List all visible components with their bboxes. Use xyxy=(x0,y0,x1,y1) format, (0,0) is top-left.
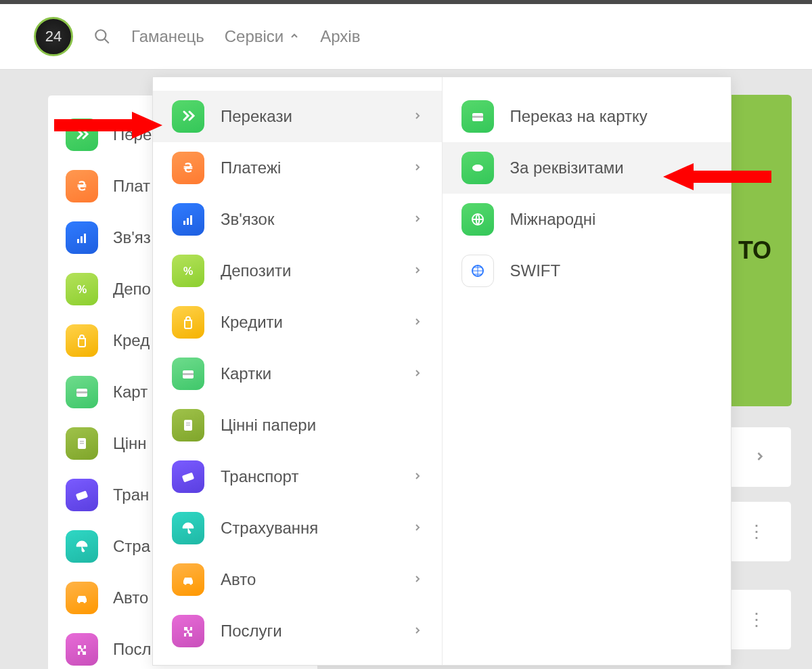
menu-item-uah[interactable]: Платежі xyxy=(153,142,442,194)
chevron-right-icon xyxy=(412,572,423,588)
bg-sidebar-label: Карт xyxy=(113,383,148,402)
menu-item-card[interactable]: Картки xyxy=(153,348,442,400)
more-icon: ⋮ xyxy=(748,521,767,542)
car-icon xyxy=(172,563,204,596)
submenu-item-label: SWIFT xyxy=(510,261,561,280)
bg-sidebar-label: Авто xyxy=(113,588,148,607)
nav-wallet[interactable]: Гаманець xyxy=(131,27,204,46)
car-icon xyxy=(66,582,98,614)
nav-archive-label: Архів xyxy=(320,27,360,46)
search-icon[interactable] xyxy=(93,28,111,45)
chevron-right-icon xyxy=(412,366,423,382)
chevrons-icon xyxy=(66,118,98,151)
menu-item-car[interactable]: Авто xyxy=(153,554,442,605)
chevron-right-icon xyxy=(753,447,767,468)
ticket-icon xyxy=(66,479,98,511)
bg-sidebar-label: Депо xyxy=(113,280,151,299)
svg-line-1 xyxy=(104,39,109,43)
menu-item-label: Картки xyxy=(221,364,271,383)
menu-item-label: Транспорт xyxy=(221,467,298,486)
nav-services[interactable]: Сервіси xyxy=(225,27,300,46)
menu-col-submenu: Переказ на карткуЗа реквізитамиМіжнародн… xyxy=(442,77,731,665)
bag-icon xyxy=(172,306,204,339)
percent-icon xyxy=(66,273,98,305)
submenu-item-3[interactable]: SWIFT xyxy=(443,245,731,297)
bg-sidebar-label: Пере xyxy=(113,125,152,144)
umbrella-icon xyxy=(66,530,98,563)
uah-icon xyxy=(172,152,204,184)
doc-icon xyxy=(172,409,204,441)
menu-item-umbrella[interactable]: Страхування xyxy=(153,502,442,554)
chevron-right-icon xyxy=(412,469,423,485)
bg-sidebar-label: Плат xyxy=(113,177,150,196)
menu-item-label: Платежі xyxy=(221,158,281,177)
menu-item-label: Страхування xyxy=(221,519,318,538)
bg-sidebar-label: Стра xyxy=(113,537,150,556)
submenu-item-label: Міжнародні xyxy=(510,210,596,229)
umbrella-icon xyxy=(172,512,204,544)
chevron-right-icon xyxy=(412,263,423,279)
svg-point-0 xyxy=(95,30,106,40)
ticket-icon xyxy=(172,460,204,493)
submenu-item-1[interactable]: За реквізитами xyxy=(443,142,731,194)
card-icon xyxy=(66,376,98,408)
bg-sidebar-label: Посл xyxy=(113,640,152,659)
chevron-right-icon xyxy=(412,624,423,639)
nav-services-label: Сервіси xyxy=(225,27,284,46)
chevron-right-icon xyxy=(412,315,423,330)
bag-icon xyxy=(66,324,98,357)
menu-item-bars[interactable]: Зв'язок xyxy=(153,194,442,245)
uah-icon xyxy=(66,170,98,202)
nav-archive[interactable]: Архів xyxy=(320,27,360,46)
services-mega-menu: ПереказиПлатежіЗв'язокДепозитиКредитиКар… xyxy=(152,77,731,666)
menu-item-chevrons[interactable]: Перекази xyxy=(153,91,442,142)
bg-sidebar-label: Цінн xyxy=(113,434,147,453)
globe-icon xyxy=(461,203,494,236)
map-icon xyxy=(461,152,494,184)
bars-icon xyxy=(66,221,98,254)
menu-item-bag[interactable]: Кредити xyxy=(153,297,442,348)
card-icon xyxy=(461,100,494,133)
header: 24 Гаманець Сервіси Архів xyxy=(0,4,812,70)
menu-item-puzzle[interactable]: Послуги xyxy=(153,605,442,657)
bg-sidebar-label: Тран xyxy=(113,485,149,504)
bg-sidebar-label: Зв'яз xyxy=(113,228,151,247)
swift-icon xyxy=(461,255,494,287)
menu-item-label: Авто xyxy=(221,570,256,589)
submenu-item-label: За реквізитами xyxy=(510,158,624,177)
chevron-right-icon xyxy=(412,109,423,125)
puzzle-icon xyxy=(172,615,204,647)
more-icon: ⋮ xyxy=(748,609,767,630)
chevron-right-icon xyxy=(412,212,423,228)
logo-text: 24 xyxy=(45,28,62,45)
app-logo[interactable]: 24 xyxy=(34,17,73,56)
submenu-item-0[interactable]: Переказ на картку xyxy=(443,91,731,142)
doc-icon xyxy=(66,427,98,460)
bg-sidebar-label: Кред xyxy=(113,331,150,350)
puzzle-icon xyxy=(66,633,98,666)
bg-green-text: ТО xyxy=(738,236,771,265)
nav-wallet-label: Гаманець xyxy=(131,27,204,46)
menu-item-ticket[interactable]: Транспорт xyxy=(153,451,442,502)
menu-item-label: Перекази xyxy=(221,107,292,126)
menu-item-percent[interactable]: Депозити xyxy=(153,245,442,297)
submenu-item-2[interactable]: Міжнародні xyxy=(443,194,731,245)
menu-item-label: Послуги xyxy=(221,622,282,641)
bars-icon xyxy=(172,203,204,236)
menu-item-label: Цінні папери xyxy=(221,416,316,435)
chevrons-icon xyxy=(172,100,204,133)
chevron-right-icon xyxy=(412,160,423,176)
card-icon xyxy=(172,358,204,390)
menu-item-doc[interactable]: Цінні папери xyxy=(153,400,442,451)
percent-icon xyxy=(172,255,204,287)
chevron-right-icon xyxy=(412,521,423,536)
menu-item-label: Депозити xyxy=(221,261,291,280)
chevron-up-icon xyxy=(289,30,300,43)
menu-item-label: Зв'язок xyxy=(221,210,274,229)
submenu-item-label: Переказ на картку xyxy=(510,107,648,126)
menu-item-label: Кредити xyxy=(221,313,283,332)
menu-col-categories: ПереказиПлатежіЗв'язокДепозитиКредитиКар… xyxy=(153,77,442,665)
